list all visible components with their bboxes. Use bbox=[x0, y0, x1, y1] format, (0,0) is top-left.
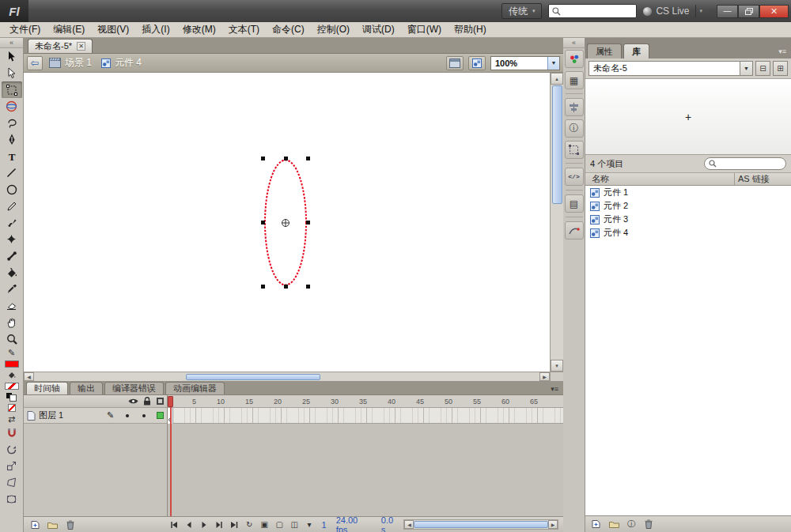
workspace-switcher-button[interactable]: 传统 ▾ bbox=[501, 3, 543, 19]
help-search-box[interactable] bbox=[548, 4, 637, 18]
step-forward-button[interactable] bbox=[213, 519, 226, 531]
lock-all-layers-icon[interactable] bbox=[140, 397, 153, 406]
cs-live-button[interactable]: CS Live bbox=[643, 6, 689, 17]
eyedropper-tool[interactable] bbox=[2, 281, 22, 297]
menu-insert[interactable]: 插入(I) bbox=[135, 21, 176, 38]
swap-colors-button[interactable]: ⇄ bbox=[2, 413, 22, 424]
current-frame-value[interactable]: 1 bbox=[322, 520, 327, 530]
column-as-linkage[interactable]: AS 链接 bbox=[734, 173, 791, 185]
new-symbol-button[interactable] bbox=[590, 518, 603, 530]
scroll-down-icon[interactable]: ▼ bbox=[551, 360, 563, 372]
default-colors-button[interactable] bbox=[2, 391, 22, 402]
new-library-panel-button[interactable]: ⊞ bbox=[773, 61, 788, 76]
distort-option[interactable] bbox=[2, 474, 22, 491]
collapse-tools-button[interactable]: « bbox=[0, 38, 23, 48]
layer-name[interactable]: 图层 1 bbox=[39, 409, 100, 421]
library-panel-menu-icon[interactable]: ▾≡ bbox=[778, 47, 789, 58]
brush-tool[interactable] bbox=[2, 214, 22, 231]
transform-handle-top-center[interactable] bbox=[284, 157, 288, 160]
search-input[interactable] bbox=[563, 6, 633, 17]
transform-panel-icon[interactable] bbox=[565, 141, 584, 159]
document-tab[interactable]: 未命名-5* ✕ bbox=[28, 39, 93, 53]
layer-lock-dot[interactable] bbox=[137, 414, 150, 417]
rotate-skew-option[interactable] bbox=[2, 441, 22, 458]
onion-skin-outlines-button[interactable]: ▢ bbox=[273, 519, 286, 531]
menu-edit[interactable]: 编辑(E) bbox=[47, 21, 91, 38]
text-tool[interactable]: T bbox=[2, 148, 22, 164]
item-properties-button[interactable]: ⓘ bbox=[625, 518, 638, 530]
pen-tool[interactable] bbox=[2, 131, 22, 148]
menu-commands[interactable]: 命令(C) bbox=[266, 21, 311, 38]
free-transform-tool[interactable] bbox=[2, 81, 22, 98]
back-button[interactable]: ⇦ bbox=[27, 56, 43, 70]
zoom-level-value[interactable]: 100% bbox=[491, 58, 547, 68]
zoom-level-combo[interactable]: 100% ▼ bbox=[490, 56, 560, 70]
library-document-dropdown-arrow[interactable]: ▼ bbox=[740, 62, 752, 75]
scroll-right-icon[interactable]: ▶ bbox=[539, 372, 550, 381]
pencil-tool[interactable] bbox=[2, 198, 22, 214]
bone-tool[interactable] bbox=[2, 247, 22, 264]
menu-text[interactable]: 文本(T) bbox=[222, 21, 266, 38]
tab-motion-editor[interactable]: 动画编辑器 bbox=[165, 382, 225, 394]
horizontal-scroll-thumb[interactable] bbox=[186, 374, 320, 380]
scale-option[interactable] bbox=[2, 458, 22, 474]
transform-handle-bottom-center[interactable] bbox=[284, 285, 288, 289]
components-panel-icon[interactable]: ▤ bbox=[565, 194, 584, 213]
delete-layer-button[interactable] bbox=[63, 519, 77, 531]
menu-window[interactable]: 窗口(W) bbox=[401, 21, 448, 38]
transform-handle-top-right[interactable] bbox=[306, 157, 310, 160]
vertical-scroll-thumb[interactable] bbox=[552, 85, 562, 204]
color-panel-icon[interactable] bbox=[565, 50, 584, 68]
show-hide-all-layers-icon[interactable] bbox=[127, 398, 140, 405]
menu-view[interactable]: 视图(V) bbox=[91, 21, 135, 38]
motion-presets-panel-icon[interactable] bbox=[565, 221, 584, 240]
timeline-scroll-left-icon[interactable]: ◀ bbox=[404, 520, 414, 529]
3d-rotation-tool[interactable] bbox=[2, 98, 22, 115]
envelope-option[interactable] bbox=[2, 491, 22, 507]
menu-control[interactable]: 控制(O) bbox=[311, 21, 356, 38]
deco-tool[interactable] bbox=[2, 231, 22, 247]
timeline-scroll-thumb[interactable] bbox=[414, 521, 548, 528]
tab-properties[interactable]: 属性 bbox=[587, 43, 622, 58]
modify-markers-button[interactable]: ▾ bbox=[303, 519, 316, 531]
loop-button[interactable]: ↻ bbox=[243, 519, 256, 531]
timeline-panel-menu-icon[interactable]: ▾≡ bbox=[551, 385, 563, 394]
fill-color-swatch[interactable] bbox=[2, 380, 22, 391]
play-button[interactable] bbox=[198, 519, 211, 531]
pin-library-button[interactable]: ⊟ bbox=[755, 61, 770, 76]
frame-ruler[interactable]: 5 10 15 20 25 30 35 40 45 50 55 60 65 bbox=[168, 395, 563, 408]
layer-row[interactable]: 图层 1 ✎ bbox=[24, 408, 167, 424]
transform-handle-top-left[interactable] bbox=[261, 157, 265, 160]
elapsed-time-value[interactable]: 0.0 s bbox=[381, 515, 400, 532]
breadcrumb-scene[interactable]: 场景 1 bbox=[46, 56, 95, 70]
minimize-button[interactable]: — bbox=[717, 5, 738, 18]
align-panel-icon[interactable] bbox=[565, 98, 584, 116]
transform-handle-middle-left[interactable] bbox=[261, 221, 265, 224]
go-to-first-frame-button[interactable] bbox=[168, 519, 181, 531]
library-document-select[interactable]: 未命名-5 ▼ bbox=[589, 61, 753, 76]
edit-symbols-button[interactable] bbox=[468, 56, 486, 70]
tab-timeline[interactable]: 时间轴 bbox=[26, 382, 68, 394]
stage-canvas[interactable] bbox=[24, 73, 550, 372]
timeline-scroll-right-icon[interactable]: ▶ bbox=[548, 520, 558, 529]
stroke-color-swatch[interactable] bbox=[2, 358, 22, 369]
eraser-tool[interactable] bbox=[2, 297, 22, 314]
library-search-box[interactable] bbox=[704, 157, 786, 170]
transform-handle-middle-right[interactable] bbox=[306, 221, 310, 224]
selection-tool[interactable] bbox=[2, 48, 22, 65]
menu-modify[interactable]: 修改(M) bbox=[176, 21, 222, 38]
code-snippets-panel-icon[interactable]: </> bbox=[565, 168, 584, 186]
oval-tool[interactable] bbox=[2, 181, 22, 198]
restore-button[interactable] bbox=[738, 5, 759, 18]
close-tab-icon[interactable]: ✕ bbox=[77, 42, 85, 51]
library-item[interactable]: 元件 1 bbox=[585, 186, 791, 199]
library-item-list[interactable]: 元件 1 元件 2 元件 3 元件 4 bbox=[585, 186, 791, 515]
subselection-tool[interactable] bbox=[2, 65, 22, 81]
tab-output[interactable]: 输出 bbox=[70, 382, 103, 394]
timeline-frames-area[interactable]: 5 10 15 20 25 30 35 40 45 50 55 60 65 bbox=[168, 395, 563, 516]
tab-compiler-errors[interactable]: 编译器错误 bbox=[104, 382, 164, 394]
breadcrumb-symbol[interactable]: 元件 4 bbox=[98, 56, 145, 70]
frame-rate-value[interactable]: 24.00 fps bbox=[336, 515, 372, 532]
menu-help[interactable]: 帮助(H) bbox=[448, 21, 493, 38]
lasso-tool[interactable] bbox=[2, 115, 22, 131]
